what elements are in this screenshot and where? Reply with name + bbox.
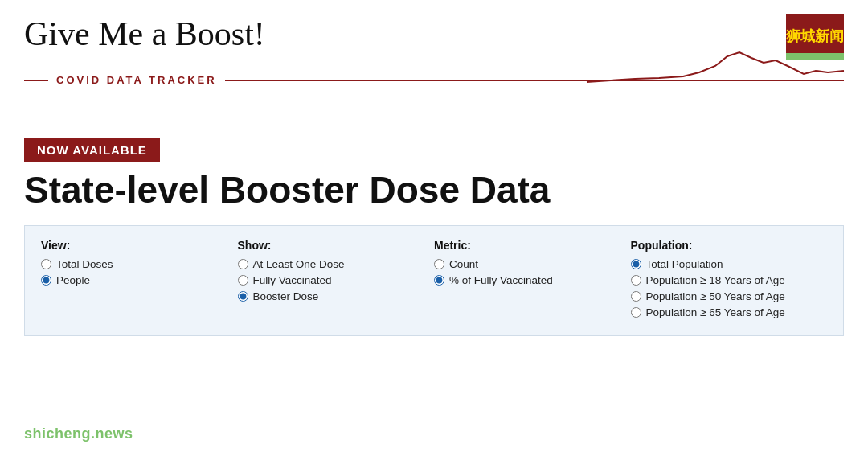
tracker-label: COVID DATA TRACKER xyxy=(24,74,217,86)
show-at-least-one-label: At Least One Dose xyxy=(253,258,345,270)
view-total-doses-item[interactable]: Total Doses xyxy=(41,258,238,270)
show-label: Show: xyxy=(238,239,435,252)
show-fully-vaccinated-label: Fully Vaccinated xyxy=(253,274,332,286)
pop-total-radio[interactable] xyxy=(631,259,641,269)
metric-label: Metric: xyxy=(434,239,631,252)
banner-section: NOW AVAILABLE xyxy=(24,138,844,162)
metric-column: Metric: Count % of Fully Vaccinated xyxy=(434,239,631,323)
pop-total-label: Total Population xyxy=(646,258,723,270)
pop-65-label: Population ≥ 65 Years of Age xyxy=(646,306,785,318)
main-title: Give Me a Boost! xyxy=(24,14,265,53)
show-booster-dose-radio[interactable] xyxy=(238,291,248,302)
options-panel: View: Total Doses People Show: At Least … xyxy=(24,225,844,336)
pop-65-item[interactable]: Population ≥ 65 Years of Age xyxy=(631,306,828,318)
population-label: Population: xyxy=(631,239,828,252)
show-booster-dose-item[interactable]: Booster Dose xyxy=(238,290,435,302)
metric-pct-fully-radio[interactable] xyxy=(434,275,444,286)
tracker-chart-svg xyxy=(587,48,844,92)
pop-18-label: Population ≥ 18 Years of Age xyxy=(646,274,785,286)
view-total-doses-radio[interactable] xyxy=(41,259,51,269)
pop-total-item[interactable]: Total Population xyxy=(631,258,828,270)
pop-50-label: Population ≥ 50 Years of Age xyxy=(646,290,785,302)
tracker-section: COVID DATA TRACKER xyxy=(24,74,844,122)
show-booster-dose-label: Booster Dose xyxy=(253,290,319,302)
tracker-label-text: COVID DATA TRACKER xyxy=(56,74,217,86)
view-label: View: xyxy=(41,239,238,252)
population-column: Population: Total Population Population … xyxy=(631,239,828,323)
metric-count-radio[interactable] xyxy=(434,259,444,269)
metric-count-label: Count xyxy=(449,258,478,270)
tracker-line-left-decoration xyxy=(24,80,48,81)
view-people-label: People xyxy=(56,274,90,286)
view-people-radio[interactable] xyxy=(41,275,51,286)
pop-18-radio[interactable] xyxy=(631,275,641,286)
logo-chinese-text: 狮城新闻 xyxy=(786,28,844,46)
show-fully-vaccinated-radio[interactable] xyxy=(238,275,248,286)
heading-section: State-level Booster Dose Data xyxy=(24,170,844,211)
pop-50-radio[interactable] xyxy=(631,291,641,302)
show-fully-vaccinated-item[interactable]: Fully Vaccinated xyxy=(238,274,435,286)
now-available-badge: NOW AVAILABLE xyxy=(24,138,160,162)
page-heading: State-level Booster Dose Data xyxy=(24,170,844,211)
tracker-line: COVID DATA TRACKER xyxy=(24,74,844,86)
show-at-least-one-radio[interactable] xyxy=(238,259,248,269)
view-people-item[interactable]: People xyxy=(41,274,238,286)
show-column: Show: At Least One Dose Fully Vaccinated… xyxy=(238,239,435,323)
view-total-doses-label: Total Doses xyxy=(56,258,113,270)
metric-pct-fully-item[interactable]: % of Fully Vaccinated xyxy=(434,274,631,286)
view-column: View: Total Doses People xyxy=(41,239,238,323)
tracker-line-right-decoration xyxy=(225,80,844,81)
pop-18-item[interactable]: Population ≥ 18 Years of Age xyxy=(631,274,828,286)
show-at-least-one-item[interactable]: At Least One Dose xyxy=(238,258,435,270)
metric-count-item[interactable]: Count xyxy=(434,258,631,270)
pop-65-radio[interactable] xyxy=(631,307,641,318)
watermark: shicheng.news xyxy=(24,425,133,442)
metric-pct-fully-label: % of Fully Vaccinated xyxy=(449,274,553,286)
pop-50-item[interactable]: Population ≥ 50 Years of Age xyxy=(631,290,828,302)
